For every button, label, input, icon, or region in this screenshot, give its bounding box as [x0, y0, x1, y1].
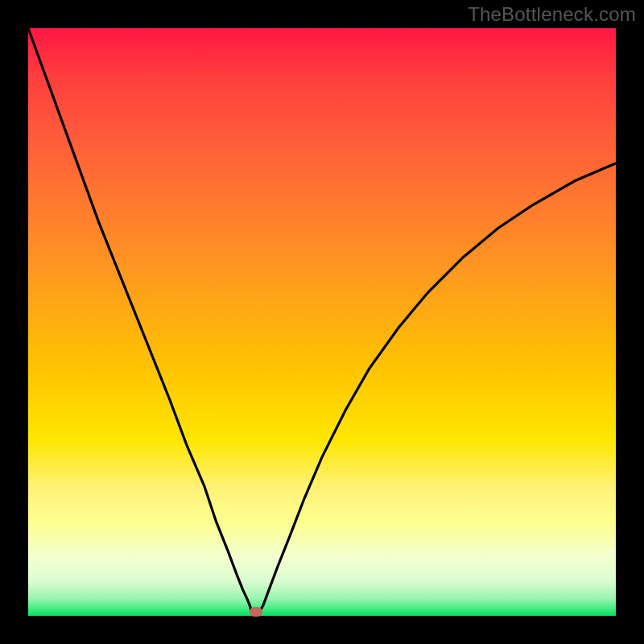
plot-area [28, 28, 616, 616]
chart-frame: TheBottleneck.com [0, 0, 644, 644]
optimal-point-marker [250, 607, 262, 617]
bottleneck-curve [28, 28, 616, 616]
watermark-text: TheBottleneck.com [468, 3, 636, 26]
